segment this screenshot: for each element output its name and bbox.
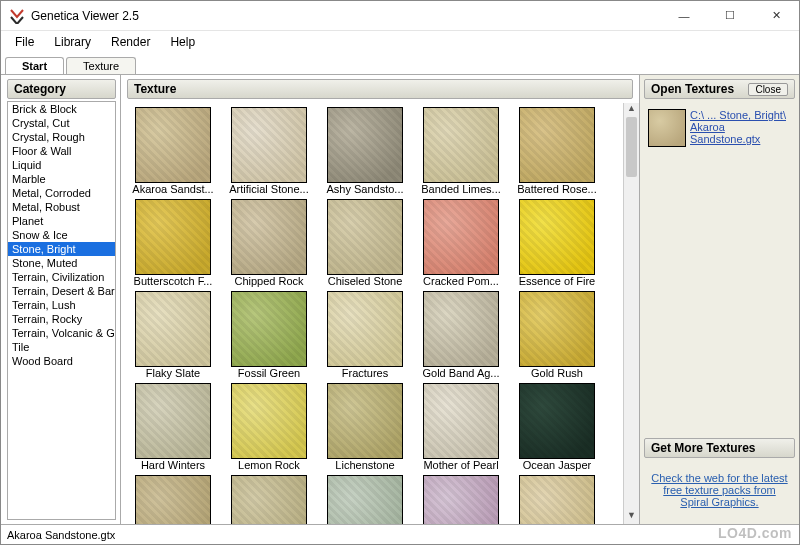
app-icon <box>9 8 25 24</box>
category-item[interactable]: Snow & Ice <box>8 228 115 242</box>
texture-header-label: Texture <box>134 82 176 96</box>
texture-item[interactable]: Lemon Rock <box>223 383 315 471</box>
texture-item[interactable]: Chiseled Stone <box>319 199 411 287</box>
category-item[interactable]: Planet <box>8 214 115 228</box>
close-window-button[interactable]: ✕ <box>753 1 799 30</box>
open-textures-list: C:\ ... Stone, Bright\ Akaroa Sandstone.… <box>640 101 799 155</box>
texture-item[interactable] <box>223 475 315 524</box>
texture-thumb <box>519 383 595 459</box>
category-item[interactable]: Tile <box>8 340 115 354</box>
texture-item[interactable]: Ocean Jasper <box>511 383 603 471</box>
category-item[interactable]: Stone, Bright <box>8 242 115 256</box>
category-item[interactable]: Terrain, Rocky <box>8 312 115 326</box>
texture-scroll: Akaroa Sandst...Artificial Stone...Ashy … <box>121 103 623 524</box>
titlebar: Genetica Viewer 2.5 — ☐ ✕ <box>1 1 799 31</box>
texture-item[interactable] <box>319 475 411 524</box>
get-more-link[interactable]: Check the web for the latest free textur… <box>646 466 793 518</box>
texture-item[interactable]: Lichenstone <box>319 383 411 471</box>
texture-item[interactable]: Hard Winters <box>127 383 219 471</box>
texture-label: Ashy Sandsto... <box>320 183 410 195</box>
texture-item[interactable]: Fossil Green <box>223 291 315 379</box>
texture-item[interactable]: Flaky Slate <box>127 291 219 379</box>
texture-label: Gold Rush <box>512 367 602 379</box>
texture-item[interactable] <box>415 475 507 524</box>
texture-item[interactable] <box>127 475 219 524</box>
texture-label: Artificial Stone... <box>224 183 314 195</box>
texture-item[interactable]: Butterscotch F... <box>127 199 219 287</box>
texture-grid: Akaroa Sandst...Artificial Stone...Ashy … <box>127 107 621 524</box>
texture-thumb <box>135 475 211 524</box>
texture-item[interactable]: Battered Rose... <box>511 107 603 195</box>
category-item[interactable]: Crystal, Rough <box>8 130 115 144</box>
texture-item[interactable]: Banded Limes... <box>415 107 507 195</box>
tab-texture[interactable]: Texture <box>66 57 136 74</box>
texture-item[interactable]: Mother of Pearl <box>415 383 507 471</box>
category-item[interactable]: Liquid <box>8 158 115 172</box>
maximize-button[interactable]: ☐ <box>707 1 753 30</box>
menu-file[interactable]: File <box>5 33 44 51</box>
texture-thumb <box>423 383 499 459</box>
texture-item[interactable]: Chipped Rock <box>223 199 315 287</box>
category-list[interactable]: Brick & BlockCrystal, CutCrystal, RoughF… <box>7 101 116 520</box>
category-item[interactable]: Wood Board <box>8 354 115 368</box>
texture-scrollbar[interactable]: ▲ ▼ <box>623 103 639 524</box>
category-item[interactable]: Terrain, Volcanic & Ga <box>8 326 115 340</box>
scroll-thumb[interactable] <box>626 117 637 177</box>
texture-thumb <box>519 199 595 275</box>
content: Category Brick & BlockCrystal, CutCrysta… <box>1 75 799 524</box>
texture-thumb <box>327 475 403 524</box>
texture-item[interactable]: Gold Rush <box>511 291 603 379</box>
texture-item[interactable] <box>511 475 603 524</box>
get-more-header: Get More Textures <box>644 438 795 458</box>
sidebar-spacer <box>640 155 799 434</box>
texture-thumb <box>327 107 403 183</box>
texture-thumb <box>519 291 595 367</box>
open-textures-label: Open Textures <box>651 82 734 96</box>
texture-item[interactable]: Gold Band Ag... <box>415 291 507 379</box>
window-controls: — ☐ ✕ <box>661 1 799 30</box>
texture-item[interactable]: Akaroa Sandst... <box>127 107 219 195</box>
texture-label: Chipped Rock <box>224 275 314 287</box>
texture-thumb <box>231 383 307 459</box>
texture-thumb <box>327 291 403 367</box>
texture-thumb <box>135 383 211 459</box>
texture-item[interactable]: Cracked Pom... <box>415 199 507 287</box>
texture-item[interactable]: Ashy Sandsto... <box>319 107 411 195</box>
scroll-up-icon[interactable]: ▲ <box>624 103 639 117</box>
texture-label: Fossil Green <box>224 367 314 379</box>
statusbar: Akaroa Sandstone.gtx <box>1 524 799 544</box>
status-text: Akaroa Sandstone.gtx <box>7 529 115 541</box>
menubar: File Library Render Help <box>1 31 799 53</box>
sidebar: Open Textures Close C:\ ... Stone, Brigh… <box>639 75 799 524</box>
texture-item[interactable]: Fractures <box>319 291 411 379</box>
category-item[interactable]: Terrain, Desert & Barre <box>8 284 115 298</box>
category-item[interactable]: Metal, Robust <box>8 200 115 214</box>
minimize-button[interactable]: — <box>661 1 707 30</box>
category-item[interactable]: Floor & Wall <box>8 144 115 158</box>
tab-start[interactable]: Start <box>5 57 64 74</box>
texture-item[interactable]: Artificial Stone... <box>223 107 315 195</box>
app-window: Genetica Viewer 2.5 — ☐ ✕ File Library R… <box>0 0 800 545</box>
texture-label: Akaroa Sandst... <box>128 183 218 195</box>
texture-thumb <box>327 383 403 459</box>
menu-help[interactable]: Help <box>160 33 205 51</box>
category-item[interactable]: Stone, Muted <box>8 256 115 270</box>
category-item[interactable]: Brick & Block <box>8 102 115 116</box>
category-item[interactable]: Terrain, Lush <box>8 298 115 312</box>
texture-item[interactable]: Essence of Fire <box>511 199 603 287</box>
open-texture-item[interactable]: C:\ ... Stone, Bright\ Akaroa Sandstone.… <box>644 105 795 151</box>
menu-library[interactable]: Library <box>44 33 101 51</box>
category-item[interactable]: Marble <box>8 172 115 186</box>
category-item[interactable]: Crystal, Cut <box>8 116 115 130</box>
open-texture-line1: C:\ ... Stone, Bright\ <box>690 109 786 121</box>
category-header-label: Category <box>14 82 66 96</box>
texture-thumb <box>423 107 499 183</box>
category-item[interactable]: Terrain, Civilization <box>8 270 115 284</box>
menu-render[interactable]: Render <box>101 33 160 51</box>
texture-thumb <box>423 291 499 367</box>
texture-label: Fractures <box>320 367 410 379</box>
open-texture-link[interactable]: C:\ ... Stone, Bright\ Akaroa Sandstone.… <box>690 109 786 145</box>
category-item[interactable]: Metal, Corroded <box>8 186 115 200</box>
scroll-down-icon[interactable]: ▼ <box>624 510 639 524</box>
close-open-textures-button[interactable]: Close <box>748 83 788 96</box>
